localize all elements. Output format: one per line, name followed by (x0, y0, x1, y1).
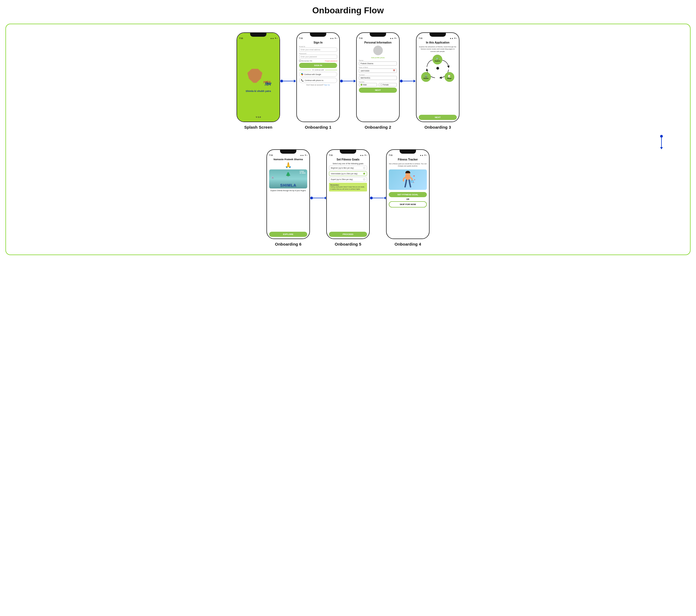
splash-phone: 7:11 ▲▲ ✦ ▪ शिम yatra Shimla ki shubh ya… (237, 32, 280, 122)
ob5-goal1[interactable]: Beginner (up to 8km per day) (329, 166, 367, 170)
logo-yatra: yatra (264, 80, 270, 87)
ob5-status: 7:11 ▲▲ ✦ ▪ (327, 154, 369, 156)
password-input[interactable]: Enter your password (299, 55, 337, 59)
splash-icons: ▲▲ ✦ ▪ (270, 37, 277, 40)
tree-icon: 🌲 (285, 172, 291, 177)
ob2-dob-input[interactable]: 18/07/2000 📅 (359, 68, 397, 73)
email-group: Email Id: Enter your email address (299, 46, 337, 52)
ob3-icons: ▲▲ ✦ ▪ (450, 37, 457, 40)
remember-row: Remember Me Forgot password (299, 60, 337, 62)
ob6-icons: ▲▲ ✦ ▪ (300, 154, 307, 156)
ob4-notch (400, 150, 416, 154)
splash-version: V 2.0 (256, 116, 261, 118)
arrow-circle-3 (400, 80, 402, 82)
down-arrow-container (12, 135, 684, 149)
or-line-right (325, 70, 337, 70)
cities-india-label: CITIESOF INDIA (300, 170, 305, 174)
arrow-right-1 (280, 80, 296, 82)
ob4-container: 7:11 ▲▲ ✦ ▪ Fitness Tracker Set a fitnes… (386, 149, 430, 246)
ob5-goal3[interactable]: Expert (up to 25km per day) (329, 177, 367, 182)
ob6-status: 7:11 ▲▲ ✦ ▪ (267, 154, 310, 156)
ob2-next-btn[interactable]: NEXT (359, 88, 397, 93)
arrow-left-2 (370, 197, 386, 199)
ob2-contact-input[interactable]: 9887644531 (359, 76, 397, 80)
ob2-contact-group: Contact: 9887644531 (359, 74, 397, 80)
email-input[interactable]: Enter your email address (299, 48, 337, 52)
namaste-icon: 🙏 (269, 162, 307, 168)
arrow-line-5 (373, 198, 384, 198)
ob2-male-option[interactable]: Male (359, 83, 377, 87)
sign-up-link[interactable]: Sign Up (324, 84, 330, 86)
ob5-content: Set Fitness Goals Select any one of the … (327, 156, 369, 238)
goal3-radio (363, 179, 365, 180)
ob5-phone: 7:11 ▲▲ ✦ ▪ Set Fitness Goals Select any… (326, 149, 370, 239)
ob2-female-option[interactable]: Female (379, 83, 397, 87)
ob3-title: In this Application (419, 41, 457, 44)
remember-checkbox[interactable] (299, 60, 301, 62)
shimla-banner-text: SHIMLA (280, 183, 296, 187)
or-line-left (299, 70, 311, 70)
ob3-notch (430, 33, 446, 37)
ob2-add-photo[interactable]: Add profile photo (359, 57, 397, 59)
ob1-status: 7:11 ▲▲ ✦ ▪ (297, 37, 339, 40)
male-radio (361, 84, 362, 86)
splash-logo-area: शिम yatra (246, 69, 270, 87)
ob3-container: 7:11 ▲▲ ✦ ▪ In this Application Explore … (416, 32, 459, 129)
ob4-skip-btn[interactable]: SKIP FOR NOW (389, 201, 427, 207)
ob5-time: 7:11 (329, 154, 333, 156)
or-text: Or continue with (312, 69, 324, 71)
ob6-notch (280, 150, 296, 154)
splash-notch (250, 33, 266, 37)
ob3-next-btn[interactable]: NEXT (419, 115, 457, 120)
ob5-screen: Set Fitness Goals Select any one of the … (327, 156, 369, 238)
forgot-password[interactable]: Forgot password (325, 60, 337, 62)
ob2-dob-label: Date of Birth: (359, 67, 397, 68)
page-wrapper: Onboarding Flow 7:11 ▲▲ ✦ ▪ (5, 5, 691, 255)
ob4-icons: ▲▲ ✦ ▪ (420, 154, 427, 156)
ob2-contact-label: Contact: (359, 74, 397, 76)
svg-point-0 (436, 67, 439, 70)
blogs-node: 📝 Blogs (444, 72, 454, 82)
ob2-name-input[interactable]: Prateek Sharma (359, 61, 397, 65)
ob2-icons: ▲▲ ✦ ▪ (390, 37, 397, 40)
ob4-content: Fitness Tracker Set a fitness goal you w… (386, 156, 429, 238)
explore-node: 🔍 Explore (432, 55, 442, 64)
ob2-container: 7:11 ▲▲ ✦ ▪ Personal Information Add pro… (356, 32, 400, 129)
ob6-screen: Namaste Prateek Sharma 🙏 CITIESOF INDIA … (267, 156, 310, 238)
ob1-label: Onboarding 1 (305, 125, 331, 129)
female-label: Female (383, 84, 389, 86)
ob5-icons: ▲▲ ✦ ▪ (360, 154, 367, 156)
routes-label: Routes (424, 77, 429, 79)
ob6-explore-text: Explore Shimla through the tip of your f… (269, 189, 307, 191)
splash-time: 7:11 (239, 37, 243, 40)
ob5-container: 7:11 ▲▲ ✦ ▪ Set Fitness Goals Select any… (326, 149, 370, 246)
arrow-down-circle (660, 135, 663, 138)
arrow-head-1 (294, 80, 296, 82)
ob5-goal2[interactable]: Intermediate (up to 15km per day) (329, 171, 367, 176)
sign-in-button[interactable]: SIGN IN (299, 63, 337, 68)
ob3-phone: 7:11 ▲▲ ✦ ▪ In this Application Explore … (416, 32, 459, 122)
ob3-label: Onboarding 3 (424, 125, 451, 129)
cycle-diagram: 🔍 Explore 🛣️ Routes 📝 (420, 55, 455, 82)
ob6-explore-btn[interactable]: EXPLORE (269, 232, 307, 237)
buildings-icon: 🏛️ (271, 176, 274, 179)
ob5-proceed-btn[interactable]: PROCEED (329, 232, 367, 237)
shimla-banner: CITIESOF INDIA 🌲 🏛️ SHIMLA (269, 169, 307, 188)
remember-left: Remember Me (299, 60, 312, 62)
google-icon (301, 73, 303, 75)
phone-btn[interactable]: 📞 Continue with phone no. (299, 78, 337, 83)
arrow-line-1 (283, 81, 294, 81)
google-btn[interactable]: Continue with Google (299, 72, 337, 77)
arrow-right-2 (340, 80, 356, 82)
password-group: Password: Enter your password (299, 53, 337, 59)
arrow-head-left-1 (324, 197, 326, 199)
ob6-phone: 7:11 ▲▲ ✦ ▪ Namaste Prateek Sharma 🙏 CIT… (266, 149, 310, 239)
ob2-label: Onboarding 2 (365, 125, 391, 129)
ob2-avatar (373, 46, 383, 55)
female-radio (380, 84, 382, 86)
ob1-icons: ▲▲ ✦ ▪ (330, 37, 337, 40)
ob5-title: Set Fitness Goals (329, 158, 367, 161)
ob3-content: In this Application Explore the attracti… (416, 40, 459, 122)
google-btn-label: Continue with Google (304, 74, 321, 75)
ob4-set-btn[interactable]: SET FITNESS GOAL (389, 192, 427, 197)
